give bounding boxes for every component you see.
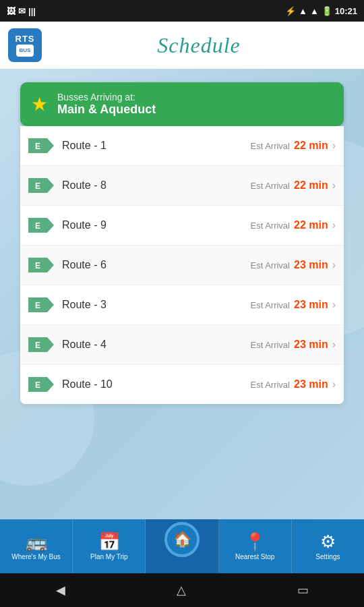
route-badge-6: E [28, 374, 54, 395]
route-name-2: Route - 9 [62, 219, 250, 231]
signal-bars-icon: ||| [28, 6, 36, 16]
route-name-6: Route - 10 [62, 378, 250, 391]
table-row[interactable]: E Route - 8 Est Arrival 22 min › [20, 166, 344, 206]
back-button[interactable]: ◀ [56, 583, 65, 598]
home-icon-wrap: 🏠 [164, 522, 200, 557]
svg-marker-0 [28, 138, 54, 153]
email-icon: ✉ [18, 6, 26, 16]
system-nav-bar: ◀ △ ▭ [0, 573, 364, 607]
settings-label: Settings [315, 553, 340, 560]
content-area: ★ Busses Arriving at: Main & Aqueduct E … [0, 69, 364, 519]
svg-text:E: E [35, 181, 40, 191]
svg-text:E: E [35, 261, 40, 270]
page-title: Schedule [42, 33, 356, 58]
route-list: E Route - 1 Est Arrival 22 min › E Route… [20, 126, 344, 404]
est-time-5: 23 min [294, 339, 328, 351]
nav-home[interactable]: 🏠 [146, 519, 218, 573]
est-time-2: 22 min [294, 219, 328, 231]
est-time-0: 22 min [294, 140, 328, 152]
est-label-6: Est Arrival [250, 380, 290, 390]
est-time-4: 23 min [294, 299, 328, 311]
table-row[interactable]: E Route - 1 Est Arrival 22 min › [20, 126, 344, 166]
recents-button[interactable]: ▭ [297, 583, 309, 598]
battery-icon: 🔋 [322, 6, 332, 16]
svg-marker-8 [28, 297, 54, 312]
logo-rts-text: RTS [16, 34, 35, 44]
est-label-5: Est Arrival [250, 340, 290, 350]
est-time-1: 22 min [294, 179, 328, 192]
home-icon: 🏠 [173, 532, 191, 547]
chevron-right-icon-5: › [332, 339, 336, 351]
svg-text:E: E [35, 341, 40, 350]
svg-text:E: E [35, 301, 40, 310]
arriving-label: Busses Arriving at: [57, 92, 156, 103]
photo-icon: 🖼 [7, 6, 16, 16]
calendar-icon: 📅 [98, 533, 120, 550]
table-row[interactable]: E Route - 9 Est Arrival 22 min › [20, 206, 344, 245]
plan-my-trip-label: Plan My Trip [90, 553, 128, 560]
favorite-star-icon[interactable]: ★ [31, 93, 48, 115]
table-row[interactable]: E Route - 3 Est Arrival 23 min › [20, 285, 344, 325]
stop-name: Main & Aqueduct [57, 103, 156, 117]
bus-icon: 🚌 [26, 533, 47, 550]
route-badge-4: E [28, 295, 54, 315]
route-badge-1: E [28, 175, 54, 196]
route-badge-5: E [28, 335, 54, 355]
chevron-right-icon-4: › [332, 299, 336, 311]
est-label-1: Est Arrival [250, 181, 290, 191]
route-badge-3: E [28, 255, 54, 275]
chevron-right-icon-1: › [332, 179, 336, 192]
chevron-right-icon-6: › [332, 378, 336, 391]
est-label-3: Est Arrival [250, 260, 290, 270]
est-label-0: Est Arrival [250, 141, 290, 151]
app-logo: RTS BUS [8, 28, 42, 62]
wifi-icon: ▲ [299, 6, 307, 16]
table-row[interactable]: E Route - 6 Est Arrival 23 min › [20, 245, 344, 285]
network-icon: ▲ [310, 6, 319, 16]
table-row[interactable]: E Route - 10 Est Arrival 23 min › [20, 365, 344, 404]
est-time-3: 23 min [294, 259, 328, 271]
svg-marker-2 [28, 178, 54, 193]
wheres-my-bus-label: Where's My Bus [11, 553, 60, 560]
logo-bus-text: BUS [16, 45, 34, 57]
stop-info: Busses Arriving at: Main & Aqueduct [57, 92, 156, 117]
gear-icon: ⚙ [320, 533, 336, 550]
location-pin-icon: 📍 [244, 533, 266, 550]
svg-marker-12 [28, 377, 54, 392]
status-right-icons: ⚡ ▲ ▲ 🔋 10:21 [285, 6, 357, 16]
chevron-right-icon-2: › [332, 219, 336, 231]
route-name-1: Route - 8 [62, 179, 250, 192]
est-time-6: 23 min [294, 378, 328, 391]
nav-nearest-stop[interactable]: 📍 Nearest Stop [219, 519, 292, 573]
svg-text:E: E [35, 142, 40, 151]
chevron-right-icon-0: › [332, 140, 336, 152]
nav-plan-my-trip[interactable]: 📅 Plan My Trip [73, 519, 146, 573]
header: RTS BUS Schedule [0, 22, 364, 69]
nearest-stop-label: Nearest Stop [235, 553, 274, 560]
nav-settings[interactable]: ⚙ Settings [292, 519, 364, 573]
est-label-4: Est Arrival [250, 300, 290, 310]
nav-wheres-my-bus[interactable]: 🚌 Where's My Bus [0, 519, 73, 573]
svg-text:E: E [35, 221, 40, 231]
route-name-4: Route - 3 [62, 299, 250, 311]
route-name-5: Route - 4 [62, 339, 250, 351]
route-badge-2: E [28, 215, 54, 235]
svg-marker-6 [28, 258, 54, 272]
svg-marker-10 [28, 337, 54, 352]
clock: 10:21 [335, 6, 357, 16]
table-row[interactable]: E Route - 4 Est Arrival 23 min › [20, 325, 344, 365]
route-name-0: Route - 1 [62, 140, 250, 152]
status-left-icons: 🖼 ✉ ||| [7, 6, 36, 16]
stop-card: ★ Busses Arriving at: Main & Aqueduct [20, 82, 344, 126]
route-name-3: Route - 6 [62, 259, 250, 271]
route-badge-0: E [28, 136, 54, 156]
est-label-2: Est Arrival [250, 221, 290, 231]
svg-text:E: E [35, 380, 40, 390]
status-bar: 🖼 ✉ ||| ⚡ ▲ ▲ 🔋 10:21 [0, 0, 364, 22]
bluetooth-icon: ⚡ [285, 6, 296, 16]
chevron-right-icon-3: › [332, 259, 336, 271]
svg-marker-4 [28, 218, 54, 233]
home-button[interactable]: △ [177, 583, 186, 598]
bottom-nav: 🚌 Where's My Bus 📅 Plan My Trip 🏠 📍 Near… [0, 519, 364, 573]
